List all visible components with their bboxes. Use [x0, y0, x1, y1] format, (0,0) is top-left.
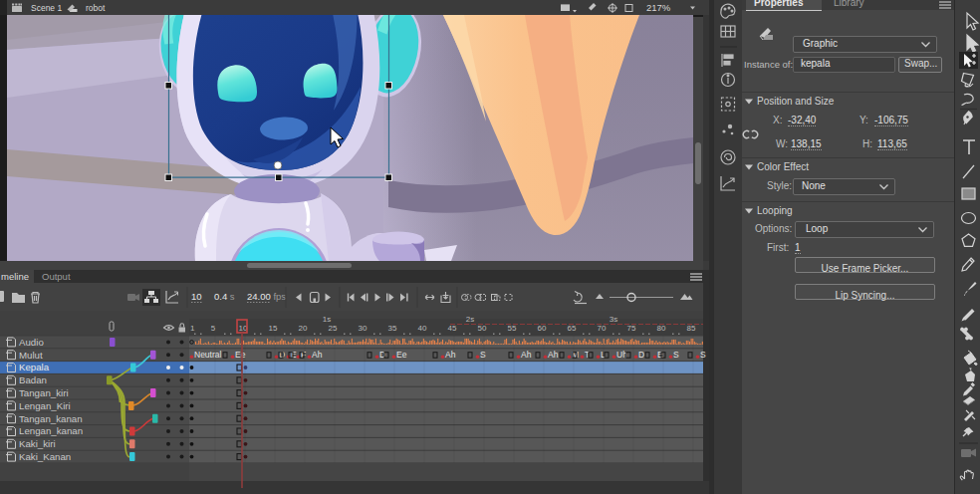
svg-text:S: S	[673, 350, 679, 360]
svg-text:Lengan_Kiri: Lengan_Kiri	[19, 400, 71, 411]
svg-text:Ah: Ah	[445, 350, 456, 360]
svg-text:D: D	[279, 350, 285, 360]
svg-text:Tangan_kiri: Tangan_kiri	[19, 387, 69, 398]
svg-text:Ah: Ah	[521, 350, 532, 360]
svg-text:Mulut: Mulut	[19, 350, 43, 361]
svg-text:40: 40	[418, 324, 427, 333]
svg-text:Badan: Badan	[19, 374, 47, 385]
svg-text:15: 15	[269, 324, 278, 333]
svg-text:S: S	[480, 350, 486, 360]
svg-text:Ah: Ah	[548, 350, 559, 360]
svg-text:1s: 1s	[323, 315, 331, 324]
svg-text:5: 5	[211, 324, 216, 333]
svg-text:Tangan_kanan: Tangan_kanan	[19, 413, 83, 424]
svg-text:Ah: Ah	[312, 350, 323, 360]
svg-text:2s: 2s	[466, 315, 474, 324]
svg-text:Uh: Uh	[616, 350, 627, 360]
svg-text:S: S	[700, 350, 706, 360]
svg-text:Ee: Ee	[396, 350, 407, 360]
svg-text:1: 1	[190, 324, 195, 333]
svg-text:25: 25	[329, 324, 338, 333]
svg-text:Neutral: Neutral	[194, 350, 222, 360]
svg-text:Kepala: Kepala	[19, 362, 50, 372]
svg-text:Audio: Audio	[19, 337, 44, 348]
svg-text:E: E	[291, 350, 297, 360]
svg-text:20: 20	[299, 324, 308, 333]
svg-text:217%: 217%	[646, 2, 671, 13]
svg-text:E: E	[657, 350, 663, 360]
svg-text:Lengan_kanan: Lengan_kanan	[19, 425, 83, 436]
svg-text:D: D	[638, 350, 644, 360]
svg-text:Kaki_Kanan: Kaki_Kanan	[19, 451, 71, 462]
svg-text:30: 30	[359, 324, 368, 333]
svg-text:35: 35	[388, 324, 397, 333]
svg-text:3s: 3s	[610, 315, 617, 324]
svg-text:Ee: Ee	[235, 350, 246, 360]
svg-text:Kaki_kiri: Kaki_kiri	[19, 438, 56, 449]
